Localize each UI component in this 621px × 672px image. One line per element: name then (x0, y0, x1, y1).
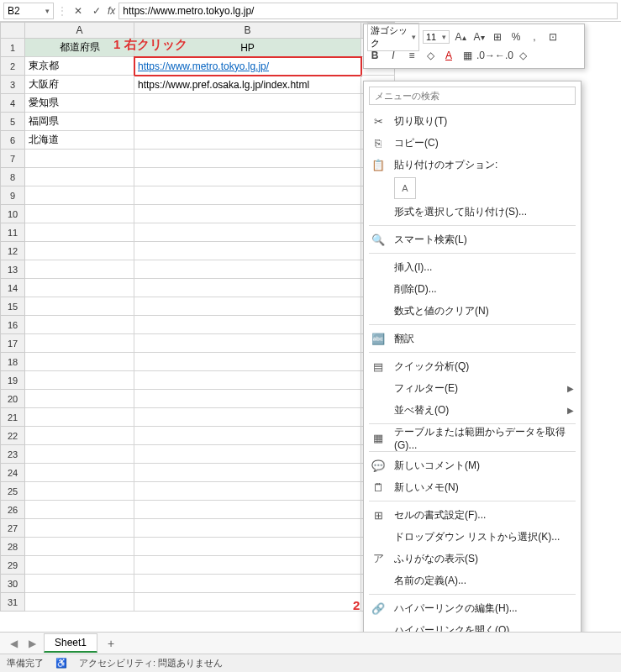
menu-smart-lookup[interactable]: 🔍スマート検索(L) (364, 228, 581, 250)
menu-new-comment[interactable]: 💬新しいコメント(M) (364, 454, 581, 476)
row-header[interactable]: 6 (0, 131, 25, 150)
confirm-icon[interactable]: ✓ (89, 5, 104, 17)
cell[interactable] (25, 464, 134, 482)
row-header[interactable]: 17 (0, 334, 25, 353)
column-header-a[interactable]: A (25, 22, 134, 39)
fill-color-icon[interactable]: ◇ (423, 48, 438, 63)
increase-font-icon[interactable]: A▴ (453, 29, 468, 45)
cell[interactable] (25, 223, 134, 242)
cell[interactable] (25, 445, 134, 464)
chevron-down-icon[interactable]: ▾ (45, 7, 50, 15)
row-header[interactable]: 28 (0, 538, 25, 556)
cell[interactable] (25, 556, 134, 575)
cell[interactable] (134, 242, 361, 260)
cell[interactable] (134, 482, 361, 501)
row-header[interactable]: 5 (0, 113, 25, 131)
menu-cut[interactable]: ✂切り取り(T) (364, 110, 581, 132)
name-box[interactable]: B2 ▾ (3, 3, 54, 19)
align-icon[interactable]: ≡ (404, 48, 419, 63)
percent-icon[interactable]: % (508, 29, 524, 45)
accounting-format-icon[interactable]: ⊞ (490, 29, 505, 45)
cell[interactable] (25, 353, 134, 371)
italic-icon[interactable]: I (386, 48, 401, 63)
row-header[interactable]: 21 (0, 408, 25, 427)
cell[interactable] (25, 297, 134, 316)
cell[interactable] (134, 316, 361, 334)
menu-dropdown-list[interactable]: ドロップダウン リストから選択(K)... (364, 526, 581, 548)
row-header[interactable]: 7 (0, 150, 25, 168)
menu-quick-analysis[interactable]: ▤クイック分析(Q) (364, 355, 581, 377)
cell[interactable] (134, 538, 361, 556)
add-sheet-icon[interactable]: + (103, 637, 119, 650)
cell[interactable] (25, 168, 134, 186)
cell[interactable]: 大阪府 (25, 76, 134, 94)
cancel-icon[interactable]: ✕ (71, 5, 86, 17)
menu-insert[interactable]: 挿入(I)... (364, 256, 581, 278)
cell[interactable] (25, 150, 134, 168)
menu-paste-special[interactable]: 形式を選択して貼り付け(S)... (364, 201, 581, 223)
menu-edit-hyperlink[interactable]: 🔗ハイパーリンクの編集(H)... (364, 597, 581, 619)
cell[interactable] (134, 501, 361, 519)
menu-get-data[interactable]: ▦テーブルまたは範囲からデータを取得(G)... (364, 427, 581, 449)
fx-icon[interactable]: fx (108, 5, 115, 17)
row-header[interactable]: 27 (0, 519, 25, 538)
cell[interactable] (134, 297, 361, 316)
accessibility-icon[interactable]: ♿ (55, 658, 67, 669)
cell[interactable] (134, 408, 361, 427)
format-painter-icon[interactable]: ⊡ (545, 29, 560, 45)
cell[interactable]: 愛知県 (25, 94, 134, 113)
menu-search[interactable] (369, 87, 576, 105)
cell[interactable] (134, 168, 361, 186)
row-header[interactable]: 26 (0, 501, 25, 519)
borders-icon[interactable]: ▦ (460, 48, 475, 63)
row-header[interactable]: 4 (0, 94, 25, 113)
cell[interactable] (134, 223, 361, 242)
cell[interactable] (25, 334, 134, 353)
cell[interactable] (25, 390, 134, 408)
cell[interactable] (25, 538, 134, 556)
menu-delete[interactable]: 削除(D)... (364, 278, 581, 300)
font-color-icon[interactable]: A (441, 48, 456, 63)
paste-option-values[interactable]: A (394, 177, 416, 199)
menu-clear[interactable]: 数式と値のクリア(N) (364, 300, 581, 322)
menu-format-cells[interactable]: ⊞セルの書式設定(F)... (364, 504, 581, 526)
cell[interactable] (25, 279, 134, 297)
cell[interactable] (134, 390, 361, 408)
cell[interactable]: 東京都 (25, 57, 134, 76)
cell[interactable]: HP (134, 39, 361, 57)
row-header[interactable]: 19 (0, 371, 25, 390)
menu-define-name[interactable]: 名前の定義(A)... (364, 570, 581, 591)
comma-icon[interactable]: , (527, 29, 542, 45)
cell[interactable] (134, 113, 361, 131)
bold-icon[interactable]: B (367, 48, 382, 63)
decrease-decimal-icon[interactable]: ←.0 (497, 48, 512, 63)
select-all-corner[interactable] (0, 22, 25, 39)
row-header[interactable]: 18 (0, 353, 25, 371)
row-header[interactable]: 10 (0, 205, 25, 223)
row-header[interactable]: 1 (0, 39, 25, 57)
cell[interactable] (25, 260, 134, 279)
sheet-tab[interactable]: Sheet1 (44, 633, 97, 653)
row-header[interactable]: 8 (0, 168, 25, 186)
cell[interactable] (25, 575, 134, 593)
cell[interactable] (134, 464, 361, 482)
cell[interactable]: https://www.pref.osaka.lg.jp/index.html (134, 76, 361, 94)
cell[interactable] (134, 445, 361, 464)
cell[interactable] (25, 593, 134, 612)
cell[interactable] (25, 482, 134, 501)
cell[interactable] (134, 186, 361, 205)
menu-search-input[interactable] (369, 87, 576, 105)
cell[interactable]: 都道府県 (25, 39, 134, 57)
menu-sort[interactable]: 並べ替え(O)▶ (364, 399, 581, 421)
cell[interactable] (134, 279, 361, 297)
cell[interactable] (25, 371, 134, 390)
row-header[interactable]: 20 (0, 390, 25, 408)
menu-copy[interactable]: ⎘コピー(C) (364, 132, 581, 154)
clear-format-icon[interactable]: ◇ (515, 48, 530, 63)
row-header[interactable]: 11 (0, 223, 25, 242)
row-header[interactable]: 23 (0, 445, 25, 464)
cell[interactable] (134, 353, 361, 371)
cell[interactable] (134, 519, 361, 538)
menu-phonetic[interactable]: アふりがなの表示(S) (364, 548, 581, 570)
row-header[interactable]: 9 (0, 186, 25, 205)
